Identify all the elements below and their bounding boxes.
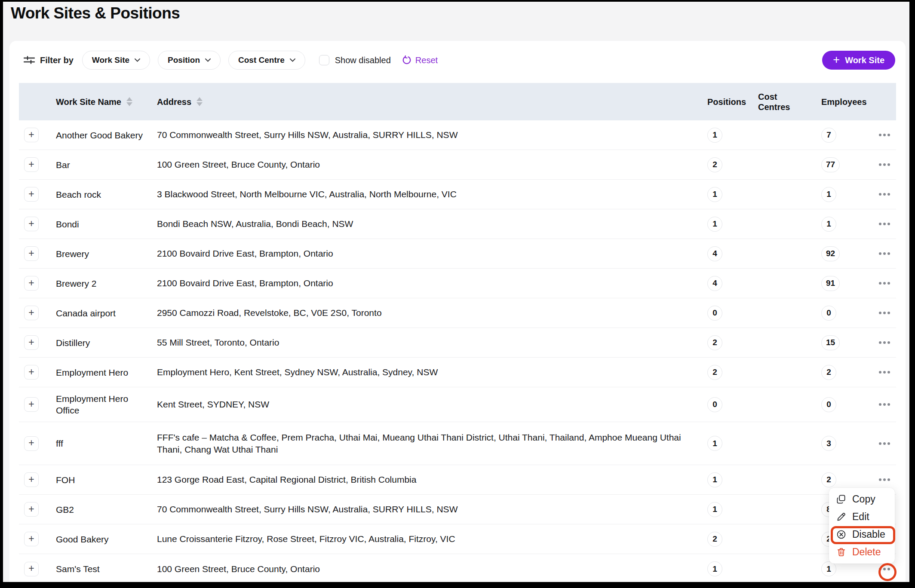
work-site-name: Bondi — [56, 218, 157, 230]
row-actions-menu-button[interactable] — [877, 249, 892, 258]
work-site-name: Good Bakery — [56, 533, 157, 545]
work-site-name: Another Good Bakery — [56, 129, 157, 141]
column-header-work-site-name[interactable]: Work Site Name — [56, 97, 157, 107]
work-site-name: fff — [56, 438, 157, 449]
row-actions-menu-button[interactable] — [877, 130, 892, 140]
work-site-name: Canada airport — [56, 307, 157, 319]
row-actions-menu-button[interactable] — [877, 308, 892, 318]
work-site-address: FFF's cafe – Matcha & Coffee, Prem Prach… — [157, 432, 707, 456]
sort-icon[interactable] — [197, 97, 203, 106]
row-actions-menu-button[interactable] — [877, 400, 892, 409]
filter-by-label: Filter by — [40, 55, 74, 65]
trash-icon — [836, 547, 846, 557]
employees-count-badge: 2 — [821, 365, 836, 380]
positions-count-badge: 1 — [707, 561, 722, 576]
positions-count-badge: 0 — [707, 306, 722, 321]
expand-row-button[interactable]: + — [24, 276, 39, 291]
sort-icon[interactable] — [126, 97, 132, 106]
cost-centre-filter-label: Cost Centre — [238, 55, 285, 65]
table-row: + Employment Hero Office Kent Street, SY… — [19, 387, 896, 422]
row-actions-menu-button[interactable] — [877, 368, 892, 377]
disable-circle-x-icon — [836, 530, 846, 539]
table-row: + Bar 100 Green Street, Bruce County, On… — [19, 150, 896, 180]
expand-row-button[interactable]: + — [24, 217, 39, 231]
positions-count-badge: 2 — [707, 532, 722, 547]
work-sites-table: Work Site Name Address Positions Cost Ce… — [19, 83, 896, 584]
employees-count-badge: 91 — [821, 276, 840, 291]
work-site-name: Employment Hero Office — [56, 393, 157, 416]
add-work-site-button[interactable]: + Work Site — [822, 51, 895, 70]
filter-bar: Filter by Work Site Position Cost Centre… — [9, 41, 906, 70]
column-header-address[interactable]: Address — [157, 97, 707, 107]
row-actions-menu-button[interactable] — [877, 190, 892, 199]
work-site-name: Brewery — [56, 248, 157, 260]
table-row: + Bondi Bondi Beach NSW, Australia, Bond… — [19, 209, 896, 239]
expand-row-button[interactable]: + — [24, 436, 39, 451]
expand-row-button[interactable]: + — [24, 365, 39, 380]
menu-item-copy[interactable]: Copy — [829, 491, 895, 508]
row-actions-menu-button[interactable] — [877, 439, 892, 448]
work-site-address: 123 Gorge Road East, Capital Regional Di… — [157, 474, 707, 486]
row-actions-menu-button[interactable] — [877, 475, 892, 484]
show-disabled-label: Show disabled — [335, 55, 391, 65]
table-row: + Distillery 55 Mill Street, Toronto, On… — [19, 328, 896, 358]
employees-count-badge: 7 — [821, 128, 836, 143]
positions-count-badge: 2 — [707, 157, 722, 172]
row-actions-menu-button[interactable] — [877, 564, 892, 574]
table-row: + FOH 123 Gorge Road East, Capital Regio… — [19, 465, 896, 495]
menu-item-delete[interactable]: Delete — [829, 544, 895, 561]
chevron-down-icon — [205, 58, 211, 62]
expand-row-button[interactable]: + — [24, 157, 39, 172]
menu-item-disable[interactable]: Disable — [829, 526, 895, 543]
expand-row-button[interactable]: + — [24, 187, 39, 202]
position-filter-dropdown[interactable]: Position — [158, 51, 221, 70]
expand-row-button[interactable]: + — [24, 246, 39, 261]
employees-count-badge: 3 — [821, 436, 836, 451]
work-site-address: 100 Green Street, Bruce County, Ontario — [157, 159, 707, 171]
positions-count-badge: 2 — [707, 365, 722, 380]
menu-item-edit[interactable]: Edit — [829, 508, 895, 526]
expand-row-button[interactable]: + — [24, 502, 39, 517]
add-work-site-label: Work Site — [845, 55, 884, 65]
work-site-name: Employment Hero — [56, 367, 157, 378]
expand-row-button[interactable]: + — [24, 562, 39, 576]
work-site-name: Distillery — [56, 337, 157, 349]
reset-refresh-icon — [402, 55, 411, 65]
expand-row-button[interactable]: + — [24, 397, 39, 412]
work-site-address: Kent Street, SYDNEY, NSW — [157, 398, 707, 410]
row-actions-menu-button[interactable] — [877, 160, 892, 169]
employees-count-badge: 2 — [821, 472, 836, 487]
table-row: + Brewery 2100 Bovaird Drive East, Bramp… — [19, 239, 896, 269]
work-site-filter-dropdown[interactable]: Work Site — [82, 51, 150, 70]
employees-count-badge: 1 — [821, 217, 836, 232]
work-site-name: Brewery 2 — [56, 278, 157, 289]
work-site-address: 2100 Bovaird Drive East, Brampton, Ontar… — [157, 277, 707, 289]
table-header-row: Work Site Name Address Positions Cost Ce… — [19, 83, 896, 120]
expand-row-button[interactable]: + — [24, 532, 39, 546]
table-row: + Good Bakery Lune Croissanterie Fitzroy… — [19, 524, 896, 554]
table-row: + Employment Hero Employment Hero, Kent … — [19, 358, 896, 387]
expand-row-button[interactable]: + — [24, 472, 39, 487]
work-site-address: 2100 Bovaird Drive East, Brampton, Ontar… — [157, 248, 707, 260]
menu-item-disable-label: Disable — [852, 529, 885, 540]
expand-row-button[interactable]: + — [24, 128, 39, 142]
page-title: Work Sites & Positions — [3, 2, 909, 22]
row-actions-menu-button[interactable] — [877, 219, 892, 229]
edit-pencil-icon — [836, 512, 846, 522]
expand-row-button[interactable]: + — [24, 335, 39, 350]
work-site-filter-label: Work Site — [92, 55, 129, 65]
table-row: + Brewery 2 2100 Bovaird Drive East, Bra… — [19, 269, 896, 298]
table-row: + Canada airport 2950 Camozzi Road, Reve… — [19, 298, 896, 328]
cost-centre-filter-dropdown[interactable]: Cost Centre — [228, 51, 305, 70]
position-filter-label: Position — [168, 55, 200, 65]
employees-count-badge: 92 — [821, 246, 840, 261]
chevron-down-icon — [135, 58, 140, 62]
work-site-name: Sam's Test — [56, 563, 157, 575]
row-actions-menu-button[interactable] — [877, 338, 892, 347]
positions-count-badge: 4 — [707, 246, 722, 261]
expand-row-button[interactable]: + — [24, 306, 39, 320]
row-actions-menu-button[interactable] — [877, 279, 892, 288]
reset-filters-link[interactable]: Reset — [402, 55, 438, 65]
table-row: + Sam's Test 100 Green Street, Bruce Cou… — [19, 554, 896, 584]
show-disabled-checkbox[interactable] — [319, 55, 329, 65]
